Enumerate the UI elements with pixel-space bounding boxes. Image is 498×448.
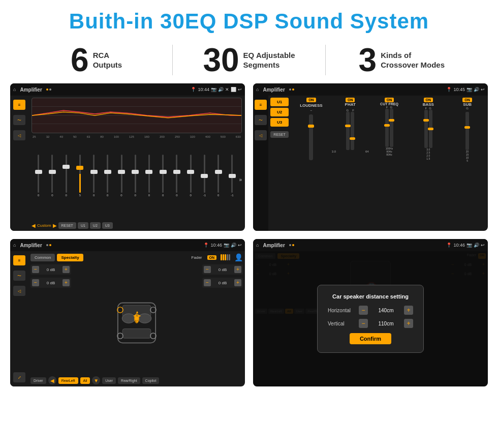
eq-sidebar-vol-icon[interactable]: ◁ xyxy=(13,130,25,140)
screen-eq: ⌂ Amplifier 📍 10:44 📷 🔊 ✕ ⬜ ↩ ≡ 〜 ◁ xyxy=(10,83,245,231)
db-plus-rl[interactable]: + xyxy=(63,279,70,286)
sp-sidebar-vol[interactable]: ◁ xyxy=(13,286,25,296)
speaker-profile-icon[interactable]: 👤 xyxy=(234,253,243,261)
tab-common[interactable]: Common xyxy=(30,254,55,261)
home-icon-3[interactable]: ⌂ xyxy=(13,243,16,248)
preset-u2[interactable]: U2 xyxy=(270,108,289,116)
crossover-main-area: U1 U2 U3 RESET ON LOUDNESS ~ xyxy=(268,96,488,231)
speaker-layout: − 0 dB + − 0 dB + xyxy=(30,264,243,374)
channel-phat: ON PHAT GF xyxy=(332,98,369,153)
eq-slider-12: -1 xyxy=(198,155,211,205)
vertical-plus-btn[interactable]: + xyxy=(404,319,413,328)
phat-slider-g[interactable] xyxy=(346,112,350,150)
back-icon-2[interactable]: ↩ xyxy=(481,87,485,92)
sp-sidebar-expand[interactable]: ⤢ xyxy=(13,372,25,382)
db-minus-fr[interactable]: − xyxy=(204,266,211,273)
db-plus-fl[interactable]: + xyxy=(63,266,70,273)
distance-dialog: Car speaker distance setting Horizontal … xyxy=(317,285,424,353)
db-control-fl: − 0 dB + xyxy=(30,264,71,275)
btn-all[interactable]: All xyxy=(80,377,90,384)
loudness-on[interactable]: ON xyxy=(306,98,316,102)
camera-icon-4: 📷 xyxy=(466,243,472,248)
bass-slider-f[interactable] xyxy=(424,110,428,148)
screens-grid: ⌂ Amplifier 📍 10:44 📷 🔊 ✕ ⬜ ↩ ≡ 〜 ◁ xyxy=(0,83,498,386)
stats-row: 6 RCAOutputs 30 EQ AdjustableSegments 3 … xyxy=(0,39,498,83)
crossover-sidebar-icon[interactable]: ≡ xyxy=(255,100,267,110)
bass-slider-g[interactable] xyxy=(429,110,432,148)
eq-prev-btn[interactable]: ◀ xyxy=(32,223,36,228)
dot8 xyxy=(292,244,294,246)
time-distance: 10:46 xyxy=(453,243,465,248)
stat-divider-2 xyxy=(325,45,326,75)
phat-slider-f[interactable] xyxy=(351,112,354,150)
eq-slider-2: 0 xyxy=(59,155,73,205)
bass-on[interactable]: ON xyxy=(424,98,433,102)
sp-sidebar-eq[interactable]: ≡ xyxy=(13,255,25,265)
btn-driver[interactable]: Driver xyxy=(30,377,46,384)
eq-sidebar-eq-icon[interactable]: ≡ xyxy=(13,100,25,110)
back-icon-3[interactable]: ↩ xyxy=(238,243,242,248)
eq-freq-labels: 253240506380 100125160200250320 40050063… xyxy=(32,135,242,138)
db-minus-rl[interactable]: − xyxy=(32,279,39,286)
eq-reset-btn[interactable]: RESET xyxy=(58,222,76,229)
confirm-button[interactable]: Confirm xyxy=(350,333,391,344)
btn-copilot[interactable]: Copilot xyxy=(142,377,160,384)
topbar-right-3: 📍 10:46 📷 🔊 ↩ xyxy=(203,243,242,248)
vertical-minus-btn[interactable]: − xyxy=(359,319,368,328)
cutfreq-on[interactable]: ON xyxy=(385,98,394,102)
fader-on-badge[interactable]: ON xyxy=(207,255,217,260)
btn-user[interactable]: User xyxy=(102,377,116,384)
home-icon[interactable]: ⌂ xyxy=(13,87,16,92)
eq-slider-6: 0 xyxy=(114,155,128,205)
crossover-content: ≡ 〜 ◁ U1 U2 U3 RESET xyxy=(253,96,488,231)
db-plus-rr[interactable]: + xyxy=(234,279,241,286)
crossover-presets: U1 U2 U3 RESET xyxy=(270,98,289,229)
car-diagram: ◀ ▶ ▲ ▼ xyxy=(74,264,199,374)
eq-u3-btn[interactable]: U3 xyxy=(102,222,113,229)
home-icon-2[interactable]: ⌂ xyxy=(256,87,259,92)
topbar-eq: ⌂ Amplifier 📍 10:44 📷 🔊 ✕ ⬜ ↩ xyxy=(10,83,245,96)
back-icon-4[interactable]: ↩ xyxy=(481,243,485,248)
horizontal-minus-btn[interactable]: − xyxy=(359,306,368,315)
sp-sidebar-wave[interactable]: 〜 xyxy=(13,271,25,281)
eq-sliders: 0 0 0 5 0 xyxy=(32,139,242,220)
phat-on[interactable]: ON xyxy=(346,98,355,102)
sub-on[interactable]: ON xyxy=(462,98,472,102)
sub-slider[interactable] xyxy=(465,112,469,150)
stat-divider-1 xyxy=(172,45,173,75)
dialog-title: Car speaker distance setting xyxy=(328,293,413,300)
preset-u3[interactable]: U3 xyxy=(270,118,289,127)
eq-u1-btn[interactable]: U1 xyxy=(78,222,88,229)
btn-rearleft[interactable]: RearLeft xyxy=(58,377,78,384)
eq-more-icon[interactable]: » xyxy=(239,177,242,183)
loudness-header: ON xyxy=(306,98,316,102)
crossover-wave-icon[interactable]: 〜 xyxy=(255,115,267,125)
db-minus-rr[interactable]: − xyxy=(204,279,211,286)
dot5 xyxy=(46,244,48,246)
horizontal-plus-btn[interactable]: + xyxy=(404,306,413,315)
crossover-reset-btn[interactable]: RESET xyxy=(270,131,289,138)
close-icon[interactable]: ✕ xyxy=(225,87,229,92)
btn-down-arrow[interactable]: ▼ xyxy=(92,376,100,384)
db-val-rl: 0 dB xyxy=(41,281,61,285)
cutfreq-slider-f[interactable] xyxy=(385,109,389,147)
loudness-slider[interactable] xyxy=(309,114,313,160)
topbar-dots-3 xyxy=(46,244,51,246)
btn-rearright[interactable]: RearRight xyxy=(118,377,140,384)
speaker-main-area: Common Specialty Fader ON 👤 xyxy=(28,251,245,386)
vertical-label: Vertical xyxy=(328,321,356,326)
db-plus-fr[interactable]: + xyxy=(234,266,241,273)
preset-u1[interactable]: U1 xyxy=(270,98,289,106)
cutfreq-slider-g[interactable] xyxy=(390,109,393,147)
db-minus-fl[interactable]: − xyxy=(32,266,39,273)
home-icon-4[interactable]: ⌂ xyxy=(256,243,259,248)
back-icon[interactable]: ↩ xyxy=(238,87,242,92)
speaker-sidebar: ≡ 〜 ◁ ⤢ xyxy=(10,251,28,386)
tab-specialty[interactable]: Specialty xyxy=(57,254,83,261)
crossover-vol-icon[interactable]: ◁ xyxy=(255,130,267,140)
eq-sidebar-wave-icon[interactable]: 〜 xyxy=(13,115,25,125)
eq-play-btn[interactable]: ▶ xyxy=(53,223,57,228)
window-icon[interactable]: ⬜ xyxy=(231,87,236,92)
btn-left-arrow[interactable]: ◀ xyxy=(48,376,56,384)
eq-u2-btn[interactable]: U2 xyxy=(90,222,101,229)
